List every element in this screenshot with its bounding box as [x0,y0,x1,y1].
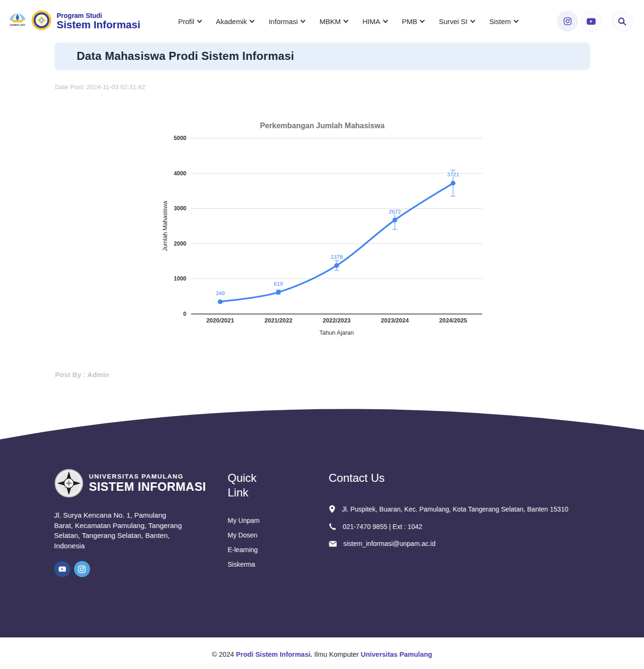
site-logo[interactable]: SASMITA JAYA Program Studi Sistem Inform… [7,10,140,33]
copyright-prodi-link[interactable]: Prodi Sistem Informasi. [236,651,312,658]
quick-link-siskerma[interactable]: Siskerma [228,561,329,568]
svg-text:5000: 5000 [174,135,186,141]
page-title-banner: Data Mahasiswa Prodi Sistem Informasi [54,42,590,70]
nav-item-mbkm[interactable]: MBKM [319,17,348,25]
nav-item-profil[interactable]: Profil [178,17,201,25]
svg-text:2000: 2000 [174,240,186,247]
nav-label: Akademik [216,17,247,25]
chevron-down-icon [343,20,348,23]
footer-curve-shape [0,405,644,455]
svg-text:619: 619 [274,281,283,287]
search-icon [618,17,627,26]
chevron-down-icon [420,20,425,23]
chevron-down-icon [197,20,202,23]
nav-label: Informasi [268,17,298,25]
page-title: Data Mahasiswa Prodi Sistem Informasi [77,50,568,63]
site-footer: UNIVERSITAS PAMULANG SISTEM INFORMASI Jl… [0,405,644,669]
post-by: Post By : Admin [55,371,590,379]
chevron-down-icon [514,20,519,23]
contact-email: sistem_informasi@unpam.ac.id [343,540,436,547]
svg-text:2023/2024: 2023/2024 [381,317,409,324]
nav-item-hima[interactable]: HIMA [362,17,388,25]
nav-item-survei-si[interactable]: Survei SI [439,17,475,25]
main-nav: Profil Akademik Informasi MBKM HIMA PMB … [178,17,518,25]
svg-text:0: 0 [183,311,186,317]
brand-line2: Sistem Informasi [57,19,140,30]
svg-text:349: 349 [216,290,225,296]
location-pin-icon [329,505,335,513]
contact-address: Jl. Puspitek, Buaran, Kec. Pamulang, Kot… [342,505,569,513]
envelope-icon [329,541,337,547]
svg-text:2672: 2672 [389,209,401,215]
brand-line1: Program Studi [57,12,140,19]
nav-item-akademik[interactable]: Akademik [216,17,255,25]
svg-text:2022/2023: 2022/2023 [322,317,350,324]
footer-address: Jl. Surya Kencana No. 1, Pamulang Barat,… [54,510,183,551]
svg-text:2024/2025: 2024/2025 [439,317,467,324]
quick-link-heading: Quick Link [228,471,266,500]
instagram-button[interactable] [557,11,578,32]
nav-label: HIMA [362,17,380,25]
svg-text:Jumlah Mahasiswa: Jumlah Mahasiswa [162,201,168,251]
svg-text:2020/2021: 2020/2021 [206,317,234,324]
unpam-emblem-icon [31,10,52,33]
instagram-icon [78,565,86,573]
contact-phone: 021-7470 9855 | Ext : 1042 [343,523,423,530]
footer-brand-line1: UNIVERSITAS PAMULANG [89,473,206,480]
nav-label: Survei SI [439,17,468,25]
svg-text:2021/2022: 2021/2022 [264,317,292,324]
date-post: Date Post: 2024-11-03 02:31:42 [55,83,590,91]
quick-link-e-learning[interactable]: E-learning [228,546,329,553]
svg-text:3721: 3721 [447,172,459,177]
chevron-down-icon [301,20,305,23]
copyright-unpam-link[interactable]: Universitas Pamulang [360,651,432,658]
footer-youtube-button[interactable] [54,561,70,577]
chevron-down-icon [250,20,254,23]
foundation-label: SASMITA JAYA [10,24,25,26]
footer-logo: UNIVERSITAS PAMULANG SISTEM INFORMASI [54,469,228,498]
nav-label: Sistem [489,17,511,25]
nav-item-informasi[interactable]: Informasi [268,17,305,25]
copyright-middle: Ilmu Komputer [312,651,360,658]
chart-canvas: Perkembangan Jumlah Mahasiswa01000200030… [160,117,484,339]
phone-icon [329,523,336,530]
svg-text:3000: 3000 [174,205,186,212]
youtube-button[interactable] [581,11,602,32]
youtube-icon [586,18,596,25]
svg-text:4000: 4000 [174,170,186,177]
footer-brand-line2: SISTEM INFORMASI [89,480,206,494]
quick-link-my-dosen[interactable]: My Dosen [228,531,329,539]
nav-label: Profil [178,17,194,25]
search-button[interactable] [612,11,633,32]
chevron-down-icon [383,20,388,23]
quick-link-my-unpam[interactable]: My Unpam [228,517,329,524]
contact-us-heading: Contact Us [329,471,590,485]
svg-text:Perkembangan Jumlah Mahasiswa: Perkembangan Jumlah Mahasiswa [259,122,384,130]
main-content: Data Mahasiswa Prodi Sistem Informasi Da… [54,42,590,379]
instagram-icon [563,17,572,25]
nav-item-pmb[interactable]: PMB [402,17,425,25]
nav-label: PMB [402,17,418,25]
students-line-chart: Perkembangan Jumlah Mahasiswa01000200030… [160,117,484,340]
nav-item-sistem[interactable]: Sistem [489,17,519,25]
site-header: SASMITA JAYA Program Studi Sistem Inform… [0,0,644,42]
sasmita-jaya-crest-icon: SASMITA JAYA [7,10,28,32]
copyright-prefix: © 2024 [212,651,236,658]
chevron-down-icon [470,20,475,23]
svg-text:1378: 1378 [330,254,343,260]
copyright-bar: © 2024 Prodi Sistem Informasi. Ilmu Komp… [0,637,644,669]
unpam-mono-emblem-icon [54,469,84,498]
footer-instagram-button[interactable] [74,561,90,577]
nav-label: MBKM [319,17,341,25]
svg-text:Tahun Ajaran: Tahun Ajaran [319,330,354,336]
youtube-icon [59,566,66,572]
svg-text:1000: 1000 [174,275,186,282]
